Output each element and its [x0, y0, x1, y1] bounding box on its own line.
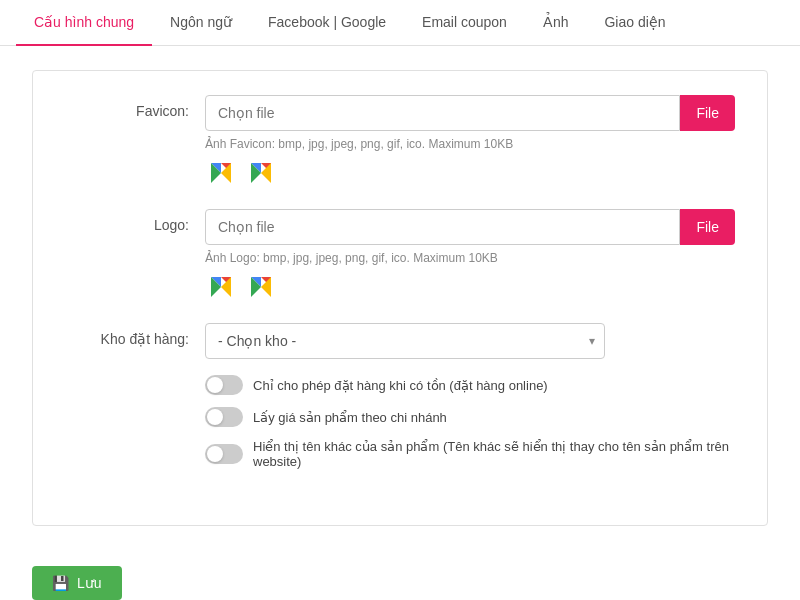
favicon-field: File Ảnh Favicon: bmp, jpg, jpeg, png, g… [205, 95, 735, 189]
tab-email-coupon[interactable]: Email coupon [404, 0, 525, 46]
favicon-previews [205, 157, 735, 189]
toggle-online-order[interactable] [205, 375, 243, 395]
tab-facebook-google[interactable]: Facebook | Google [250, 0, 404, 46]
save-area: 💾 Lưu [0, 550, 800, 600]
logo-preview-2 [245, 271, 277, 303]
toggle-row-3: Hiển thị tên khác của sản phẩm (Tên khác… [205, 439, 735, 469]
toggle-row-2: Lấy giá sản phẩm theo chi nhánh [205, 407, 735, 427]
favicon-label: Favicon: [65, 95, 205, 119]
logo-label: Logo: [65, 209, 205, 233]
kho-row: Kho đặt hàng: - Chọn kho - ▾ [65, 323, 735, 481]
toggle-gia-san-pham[interactable] [205, 407, 243, 427]
tabs-bar: Cấu hình chung Ngôn ngữ Facebook | Googl… [0, 0, 800, 46]
logo-field: File Ảnh Logo: bmp, jpg, jpeg, png, gif,… [205, 209, 735, 303]
favicon-preview-1 [205, 157, 237, 189]
save-label: Lưu [77, 575, 102, 591]
logo-row: Logo: File Ảnh Logo: bmp, jpg, jpeg, png… [65, 209, 735, 303]
save-button[interactable]: 💾 Lưu [32, 566, 122, 600]
favicon-hint: Ảnh Favicon: bmp, jpg, jpeg, png, gif, i… [205, 137, 735, 151]
toggle-ten-khac[interactable] [205, 444, 243, 464]
favicon-row: Favicon: File Ảnh Favicon: bmp, jpg, jpe… [65, 95, 735, 189]
toggle-label-2: Lấy giá sản phẩm theo chi nhánh [253, 410, 447, 425]
save-icon: 💾 [52, 575, 69, 591]
logo-previews [205, 271, 735, 303]
logo-file-group: File [205, 209, 735, 245]
favicon-preview-2 [245, 157, 277, 189]
kho-select-wrapper: - Chọn kho - ▾ [205, 323, 605, 359]
toggle-label-1: Chỉ cho phép đặt hàng khi có tồn (đặt hà… [253, 378, 548, 393]
toggle-row-1: Chỉ cho phép đặt hàng khi có tồn (đặt hà… [205, 375, 735, 395]
logo-text-input[interactable] [205, 209, 680, 245]
logo-file-button[interactable]: File [680, 209, 735, 245]
favicon-file-group: File [205, 95, 735, 131]
tab-ngon-ngu[interactable]: Ngôn ngữ [152, 0, 250, 46]
logo-hint: Ảnh Logo: bmp, jpg, jpeg, png, gif, ico.… [205, 251, 735, 265]
logo-preview-1 [205, 271, 237, 303]
kho-select[interactable]: - Chọn kho - [205, 323, 605, 359]
form-card: Favicon: File Ảnh Favicon: bmp, jpg, jpe… [32, 70, 768, 526]
kho-label: Kho đặt hàng: [65, 323, 205, 347]
toggle-label-3: Hiển thị tên khác của sản phẩm (Tên khác… [253, 439, 735, 469]
toggles-group: Chỉ cho phép đặt hàng khi có tồn (đặt hà… [205, 375, 735, 469]
favicon-text-input[interactable] [205, 95, 680, 131]
content-area: Favicon: File Ảnh Favicon: bmp, jpg, jpe… [0, 46, 800, 550]
tab-cau-hinh-chung[interactable]: Cấu hình chung [16, 0, 152, 46]
tab-anh[interactable]: Ảnh [525, 0, 587, 46]
favicon-file-button[interactable]: File [680, 95, 735, 131]
page-wrapper: Cấu hình chung Ngôn ngữ Facebook | Googl… [0, 0, 800, 600]
kho-field: - Chọn kho - ▾ Chỉ cho phép đặt hàng khi… [205, 323, 735, 481]
tab-giao-dien[interactable]: Giao diện [586, 0, 683, 46]
